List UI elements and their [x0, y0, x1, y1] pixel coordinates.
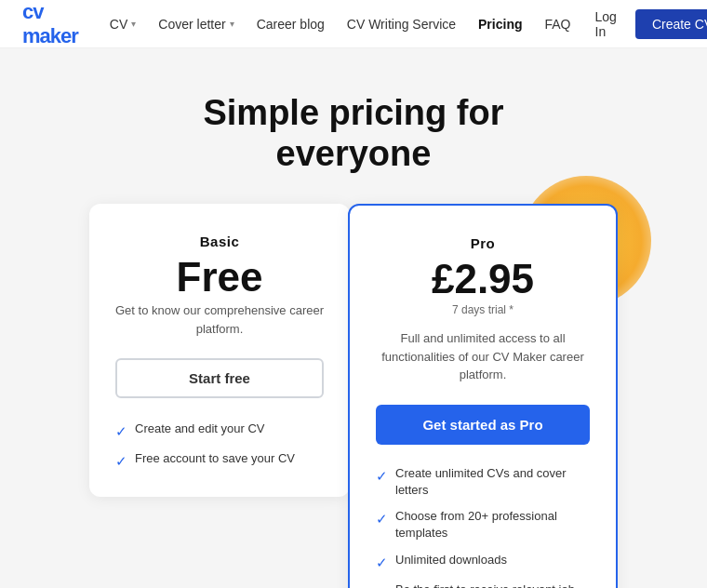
nav-pricing[interactable]: Pricing [469, 13, 531, 35]
check-icon: ✓ [115, 421, 127, 441]
pro-description: Full and unlimited access to all functio… [376, 329, 590, 384]
basic-description: Get to know our comprehensive career pla… [115, 301, 324, 338]
check-icon: ✓ [376, 509, 388, 528]
list-item: ✓ Choose from 20+ professional templates [376, 508, 590, 541]
pro-price: £2.95 [376, 259, 590, 300]
create-cv-button[interactable]: Create CV [635, 9, 707, 39]
basic-price: Free [115, 257, 324, 298]
pricing-section: Basic Free Get to know our comprehensive… [0, 204, 707, 588]
pro-trial-label: 7 days trial * [376, 303, 590, 316]
list-item: ✓ Free account to save your CV [115, 450, 324, 471]
navbar: cv maker CV ▾ Cover letter ▾ Career blog… [0, 0, 707, 48]
pro-features: ✓ Create unlimited CVs and cover letters… [376, 465, 590, 588]
nav-cv-writing[interactable]: CV Writing Service [338, 13, 465, 35]
hero-heading: Simple pricing for everyone [19, 93, 688, 174]
check-icon: ✓ [115, 451, 127, 471]
basic-plan-card: Basic Free Get to know our comprehensive… [89, 204, 350, 497]
nav-career-blog[interactable]: Career blog [247, 13, 334, 35]
pro-plan-name: Pro [376, 235, 590, 251]
pro-plan-card: Pro £2.95 7 days trial * Full and unlimi… [348, 204, 618, 588]
nav-right: Log In Create CV [588, 6, 707, 43]
nav-faq[interactable]: FAQ [536, 13, 580, 35]
nav-cover-letter[interactable]: Cover letter ▾ [149, 13, 243, 35]
check-icon: ✓ [376, 466, 388, 486]
check-icon: ✓ [376, 553, 388, 572]
get-started-pro-button[interactable]: Get started as Pro [376, 405, 590, 445]
check-icon: ✓ [376, 582, 388, 588]
login-link[interactable]: Log In [588, 6, 624, 43]
list-item: ✓ Be the first to receive relevant job v… [376, 581, 590, 588]
logo[interactable]: cv maker [22, 0, 78, 48]
chevron-down-icon: ▾ [230, 19, 234, 29]
nav-links: CV ▾ Cover letter ▾ Career blog CV Writi… [100, 13, 580, 35]
nav-cv[interactable]: CV ▾ [100, 13, 145, 35]
basic-plan-name: Basic [115, 234, 324, 249]
chevron-down-icon: ▾ [131, 19, 136, 29]
logo-text: cv maker [22, 0, 78, 48]
basic-features: ✓ Create and edit your CV ✓ Free account… [115, 421, 324, 471]
list-item: ✓ Create unlimited CVs and cover letters [376, 465, 590, 499]
list-item: ✓ Unlimited downloads [376, 552, 590, 572]
start-free-button[interactable]: Start free [115, 358, 324, 398]
list-item: ✓ Create and edit your CV [115, 421, 324, 441]
